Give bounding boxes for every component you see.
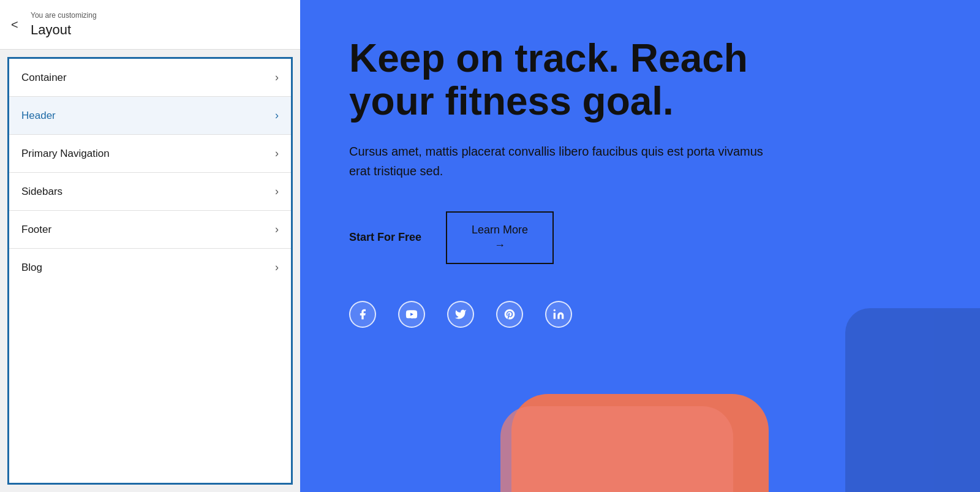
menu-container: Container › Header › Primary Navigation … (7, 57, 293, 485)
back-button[interactable]: < (11, 18, 18, 32)
hero-section: Keep on track. Reach your fitness goal. … (300, 0, 980, 492)
menu-item-blog[interactable]: Blog › (9, 249, 291, 286)
menu-item-primary-navigation-label: Primary Navigation (21, 148, 110, 160)
layout-title: Layout (31, 22, 288, 38)
learn-more-text: Learn More (472, 224, 528, 237)
pinterest-icon[interactable] (496, 301, 523, 328)
youtube-icon[interactable] (398, 301, 425, 328)
corner-shape (845, 308, 980, 492)
decorative-shape-inner (500, 406, 733, 492)
chevron-right-icon: › (275, 261, 279, 274)
menu-item-header[interactable]: Header › (9, 97, 291, 135)
customizing-label: You are customizing (31, 11, 288, 20)
linkedin-icon[interactable] (545, 301, 572, 328)
learn-more-button[interactable]: Learn More → (446, 211, 554, 264)
hero-buttons: Start For Free Learn More → (349, 211, 931, 264)
menu-item-footer-label: Footer (21, 224, 51, 236)
hero-description: Cursus amet, mattis placerat convallis l… (349, 142, 766, 181)
menu-item-container[interactable]: Container › (9, 59, 291, 97)
twitter-icon[interactable] (447, 301, 474, 328)
chevron-right-icon: › (275, 147, 279, 160)
start-for-free-button[interactable]: Start For Free (349, 231, 421, 244)
arrow-icon: → (494, 239, 505, 252)
menu-item-container-label: Container (21, 72, 67, 84)
customizing-header: < You are customizing Layout (0, 0, 300, 50)
menu-item-sidebars-label: Sidebars (21, 186, 62, 198)
menu-item-primary-navigation[interactable]: Primary Navigation › (9, 135, 291, 173)
chevron-right-icon: › (275, 71, 279, 84)
social-icons-row (349, 301, 931, 328)
chevron-right-icon: › (275, 223, 279, 236)
facebook-icon[interactable] (349, 301, 376, 328)
svg-point-2 (554, 309, 556, 311)
left-panel: < You are customizing Layout Container ›… (0, 0, 300, 492)
menu-item-blog-label: Blog (21, 262, 42, 274)
chevron-right-icon: › (275, 185, 279, 198)
menu-item-header-label: Header (21, 110, 56, 122)
chevron-right-icon: › (275, 109, 279, 122)
hero-title: Keep on track. Reach your fitness goal. (349, 37, 839, 123)
menu-item-footer[interactable]: Footer › (9, 211, 291, 249)
svg-rect-1 (554, 312, 556, 319)
menu-item-sidebars[interactable]: Sidebars › (9, 173, 291, 211)
